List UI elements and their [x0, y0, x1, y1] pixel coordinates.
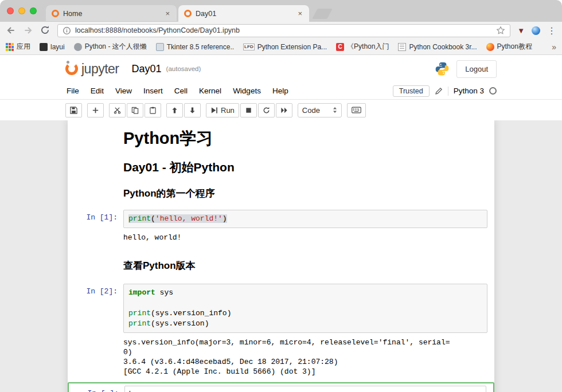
output-cell-2: sys.version_info(major=3, minor=6, micro…: [68, 338, 494, 377]
refresh-icon[interactable]: [40, 25, 50, 36]
notebook-heading-2: Day01 - 初始Python: [123, 161, 486, 174]
tab-day01[interactable]: Day01 ×: [178, 5, 309, 22]
zoom-window-button[interactable]: [30, 7, 37, 14]
output-text: [GCC 4.2.1 (Apple Inc. build 5666) (dot …: [123, 367, 483, 377]
input-prompt: In [ ]:: [69, 386, 124, 392]
bookmarks-overflow-icon[interactable]: »: [552, 42, 556, 52]
tab-close-icon[interactable]: ×: [296, 9, 303, 18]
cut-cell-button[interactable]: [109, 103, 126, 117]
code-token: print: [128, 214, 151, 223]
bookmark-star-icon[interactable]: [496, 26, 505, 35]
blog-favicon-icon: [74, 43, 82, 51]
python-logo-icon: [435, 61, 450, 76]
bookmark-label: Python教程: [497, 42, 532, 52]
url-omnibox[interactable]: localhost:8888/notebooks/PythonCode/Day0…: [57, 24, 510, 37]
markdown-cell-title[interactable]: Python学习 Day01 - 初始Python Python的第一个程序: [68, 130, 494, 199]
command-palette-button[interactable]: [347, 103, 366, 117]
move-cell-up-button[interactable]: [166, 103, 183, 117]
bookmark-apps[interactable]: 应用: [6, 42, 30, 52]
tab-home[interactable]: Home ×: [46, 5, 177, 22]
forward-icon[interactable]: [23, 25, 33, 36]
bookmarks-bar: 应用 layui Python - 这个人很懒 Tkinter 8.5 refe…: [0, 39, 562, 55]
notebook-heading-3-version: 查看Python版本: [123, 261, 486, 271]
notebook-heading-3-first-program: Python的第一个程序: [123, 189, 486, 199]
close-window-button[interactable]: [7, 7, 14, 14]
new-tab-button[interactable]: [312, 9, 333, 19]
notebook-heading-1: Python学习: [123, 130, 486, 147]
bookmark-tkinter[interactable]: Tkinter 8.5 reference..: [156, 43, 234, 51]
extension-triangle-icon[interactable]: ▼: [517, 26, 525, 35]
code-cell-2: In [2]: import sys print(sys.version_inf…: [68, 284, 494, 333]
bookmark-python-tutorial[interactable]: Python教程: [486, 42, 532, 52]
chrome-menu-icon[interactable]: ⋮: [547, 25, 556, 36]
bookmark-label: 应用: [17, 42, 30, 52]
add-cell-button[interactable]: [87, 103, 104, 117]
logout-button[interactable]: Logout: [456, 60, 497, 78]
jupyter-header: jupyter Day01 (autosaved) Logout: [0, 55, 562, 83]
paste-cell-button[interactable]: [145, 103, 161, 117]
code-cell-1: In [1]: print('hello, world!'): [68, 210, 494, 228]
notebook-toolbar: Run Code: [0, 100, 562, 120]
notebook-background: Python学习 Day01 - 初始Python Python的第一个程序 I…: [0, 120, 562, 392]
notebook-container: Python学习 Day01 - 初始Python Python的第一个程序 I…: [68, 120, 494, 392]
menu-cell[interactable]: Cell: [169, 84, 193, 97]
layui-favicon-icon: [40, 43, 48, 51]
output-cell-1: hello, world!: [68, 233, 494, 242]
code-token: sys: [155, 288, 173, 297]
autosave-status: (autosaved): [166, 65, 201, 72]
interrupt-kernel-button[interactable]: [240, 103, 257, 117]
run-label: Run: [221, 106, 235, 115]
apps-grid-icon: [6, 43, 14, 51]
tab-day01-title: Day01: [196, 10, 292, 18]
code-input-3[interactable]: [124, 386, 486, 392]
output-text: hello, world!: [123, 233, 483, 242]
bookmark-python-intro[interactable]: C 《Python入门: [336, 42, 389, 52]
select-stepper-icon: [333, 107, 337, 113]
code-token: (sys.version): [151, 319, 209, 328]
menu-edit[interactable]: Edit: [85, 84, 110, 97]
code-token: print: [128, 319, 151, 328]
book-favicon-icon: [398, 43, 406, 51]
jupyter-logo[interactable]: jupyter: [65, 61, 119, 77]
copy-cell-button[interactable]: [127, 103, 143, 117]
bookmark-python-blog[interactable]: Python - 这个人很懒: [74, 42, 147, 52]
bookmark-layui[interactable]: layui: [40, 43, 65, 51]
bookmark-python-extension[interactable]: LFD Python Extension Pa...: [243, 43, 327, 51]
notebook-title[interactable]: Day01: [132, 63, 162, 75]
trusted-button[interactable]: Trusted: [393, 85, 430, 97]
markdown-cell-version[interactable]: 查看Python版本: [68, 261, 494, 271]
cell-type-dropdown[interactable]: Code: [298, 103, 342, 117]
back-icon[interactable]: [6, 25, 16, 36]
bookmark-label: Tkinter 8.5 reference..: [167, 43, 234, 51]
code-token: import: [128, 288, 155, 297]
menu-insert[interactable]: Insert: [138, 84, 169, 97]
menu-file[interactable]: File: [65, 84, 85, 97]
run-cell-button[interactable]: Run: [206, 103, 239, 117]
menu-kernel[interactable]: Kernel: [193, 84, 227, 97]
restart-kernel-button[interactable]: [258, 103, 275, 117]
menu-help[interactable]: Help: [267, 84, 294, 97]
kernel-name[interactable]: Python 3: [454, 87, 484, 95]
csdn-favicon-icon: C: [336, 43, 344, 51]
code-input-2[interactable]: import sys print(sys.version_info) print…: [123, 284, 487, 333]
restart-run-all-button[interactable]: [276, 103, 292, 117]
code-input-1[interactable]: print('hello, world!'): [123, 210, 487, 228]
window-controls: [7, 7, 37, 14]
tab-close-icon[interactable]: ×: [164, 9, 171, 18]
menu-widgets[interactable]: Widgets: [227, 84, 267, 97]
code-token: 'hello, world!': [155, 214, 223, 223]
extension-globe-icon[interactable]: [532, 26, 540, 35]
bookmark-cookbook[interactable]: Python Cookbook 3r...: [398, 43, 477, 51]
code-cell-3-selected: In [ ]:: [68, 382, 494, 392]
kernel-status-icon: [489, 87, 497, 95]
lfd-favicon-icon: LFD: [243, 44, 255, 50]
page-info-icon[interactable]: [63, 26, 71, 35]
jupyter-logo-icon: [65, 62, 78, 75]
move-cell-down-button[interactable]: [184, 103, 201, 117]
save-button[interactable]: [65, 103, 82, 117]
tab-home-title: Home: [63, 10, 160, 18]
bookmark-label: Python Extension Pa...: [257, 43, 327, 51]
minimize-window-button[interactable]: [18, 7, 25, 14]
menu-view[interactable]: View: [110, 84, 138, 97]
cell-type-value: Code: [302, 106, 320, 115]
